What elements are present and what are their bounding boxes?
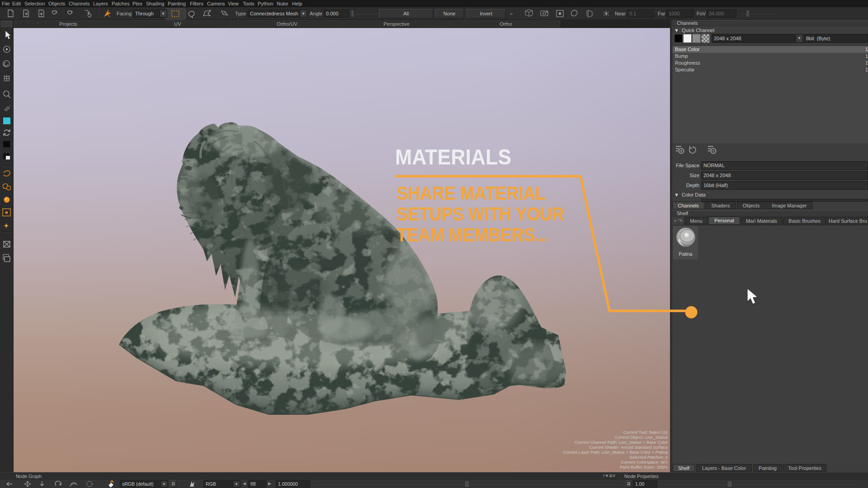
svg-text:Current Colorspace: N/A: Current Colorspace: N/A [621,460,668,465]
svg-text:Current Channel Path: Lion_Sta: Current Channel Path: Lion_Statue > Base… [575,440,668,445]
svg-text:Paint Buffer Zoom: 155%: Paint Buffer Zoom: 155% [620,465,668,469]
svg-text:Current Tool: Select (S): Current Tool: Select (S) [623,430,668,435]
svg-text:Current Layer Path: Lion_Statu: Current Layer Path: Lion_Statue > Base C… [563,450,668,455]
svg-text:Selected Patches: 0: Selected Patches: 0 [630,455,668,460]
svg-text:Current Shader: Arnold Standar: Current Shader: Arnold Standard Surface [589,445,668,450]
svg-text:Current Object: Lion_Statue: Current Object: Lion_Statue [614,435,668,440]
